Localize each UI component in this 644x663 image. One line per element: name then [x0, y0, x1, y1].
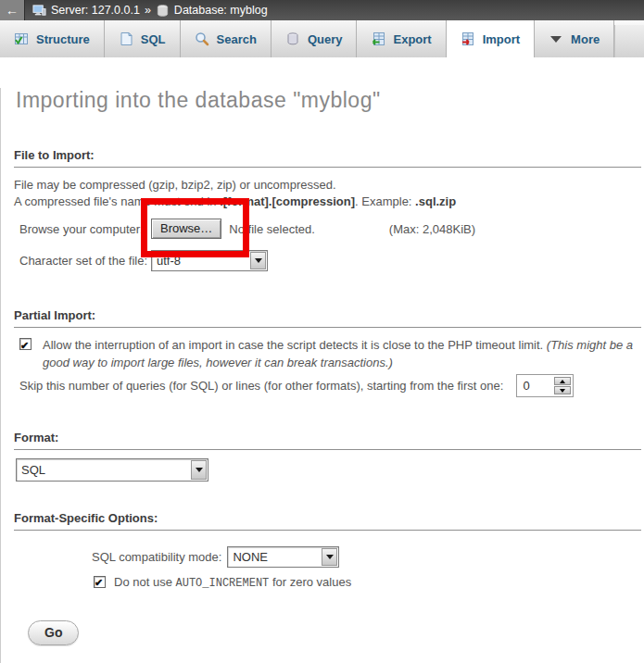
format-select-value: SQL [17, 459, 190, 481]
allow-interruption-label: Allow the interruption of an import in c… [43, 338, 547, 352]
sql-compatibility-value: NONE [228, 547, 321, 567]
export-icon [371, 31, 385, 46]
structure-icon [14, 31, 29, 46]
select-arrow-icon [322, 548, 337, 566]
search-icon [195, 31, 209, 46]
tab-import[interactable]: Import [447, 20, 535, 57]
tab-search[interactable]: Search [181, 20, 271, 57]
server-icon [32, 4, 46, 18]
browse-button[interactable]: Browse… [151, 219, 221, 239]
section-heading-format-specific: Format-Specific Options: [14, 511, 641, 531]
auto-increment-label: Do not use AUTO_INCREMENT for zero value… [114, 575, 351, 589]
page-title: Importing into the database "myblog" [16, 88, 644, 113]
checkmark-icon: ✔ [20, 337, 29, 355]
tab-label: Query [308, 32, 343, 46]
browse-row: Browse your computer: Browse… No file se… [1, 219, 644, 239]
allow-interruption-checkbox[interactable]: ✔ [19, 338, 32, 350]
chevron-down-icon [549, 31, 563, 46]
import-icon [461, 31, 475, 46]
tab-label: More [571, 32, 600, 46]
section-heading-format: Format: [14, 431, 641, 450]
tab-label: Structure [36, 32, 90, 46]
auto-increment-checkbox[interactable]: ✔ [94, 576, 106, 588]
auto-increment-row: ✔ Do not use AUTO_INCREMENT for zero val… [1, 575, 644, 590]
arrow-up-icon [560, 380, 565, 383]
skip-queries-value: 0 [519, 379, 554, 393]
breadcrumb-database-link[interactable]: Database: myblog [174, 4, 268, 17]
compression-note: File may be compressed (gzip, bzip2, zip… [14, 177, 644, 210]
breadcrumb: Server: 127.0.0.1 » Database: myblog [32, 4, 268, 18]
query-icon [285, 31, 300, 46]
browse-label: Browse your computer: [19, 222, 151, 236]
charset-label: Character set of the file: [19, 254, 151, 268]
back-arrow-icon: ← [6, 3, 19, 18]
charset-select-value: utf-8 [152, 251, 249, 270]
back-button[interactable]: ← [0, 0, 25, 20]
sql-compatibility-row: SQL compatibility mode: NONE [1, 546, 644, 568]
tab-sql[interactable]: SQL [105, 20, 181, 57]
no-file-text: No file selected. [229, 222, 315, 236]
stepper-up-button[interactable] [554, 377, 571, 385]
breadcrumb-server-link[interactable]: Server: 127.0.0.1 [51, 4, 140, 17]
tab-more[interactable]: More [535, 20, 614, 57]
section-heading-partial-import: Partial Import: [14, 308, 641, 328]
main-content: Importing into the database "myblog" Fil… [0, 88, 644, 663]
go-button[interactable]: Go [28, 620, 79, 645]
charset-select[interactable]: utf-8 [151, 250, 268, 271]
breadcrumb-separator: » [145, 4, 151, 17]
tab-label: Import [483, 32, 520, 46]
select-arrow-icon [250, 252, 266, 269]
stepper-down-button[interactable] [554, 386, 571, 394]
checkmark-icon: ✔ [95, 575, 103, 590]
skip-queries-stepper[interactable]: 0 [516, 374, 574, 397]
tab-label: SQL [141, 32, 166, 46]
skip-queries-row: Skip this number of queries (for SQL) or… [1, 374, 644, 397]
max-size-note: (Max: 2,048KiB) [389, 222, 475, 236]
sql-icon [119, 31, 133, 46]
auto-increment-code: AUTO_INCREMENT [176, 577, 270, 590]
breadcrumb-bar: ← Server: 127.0.0.1 » Database: myblog [0, 0, 644, 20]
tab-label: Export [393, 32, 431, 46]
tab-export[interactable]: Export [357, 20, 446, 57]
database-icon [156, 4, 170, 18]
tab-structure[interactable]: Structure [0, 20, 105, 57]
tab-query[interactable]: Query [271, 20, 358, 57]
skip-queries-label: Skip this number of queries (for SQL) or… [19, 379, 503, 393]
format-select[interactable]: SQL [16, 458, 208, 482]
sql-compatibility-select[interactable]: NONE [227, 546, 339, 568]
charset-row: Character set of the file: utf-8 [1, 250, 644, 271]
sql-compatibility-label: SQL compatibility mode: [92, 550, 221, 564]
tabbar-filler [614, 25, 644, 57]
section-heading-file-to-import: File to Import: [14, 148, 641, 168]
arrow-down-icon [560, 389, 565, 393]
select-arrow-icon [191, 460, 207, 480]
allow-interruption-row: ✔ Allow the interruption of an import in… [1, 336, 644, 371]
tab-label: Search [217, 32, 257, 46]
tab-bar: Structure SQL Search Query Export Import… [0, 20, 644, 57]
